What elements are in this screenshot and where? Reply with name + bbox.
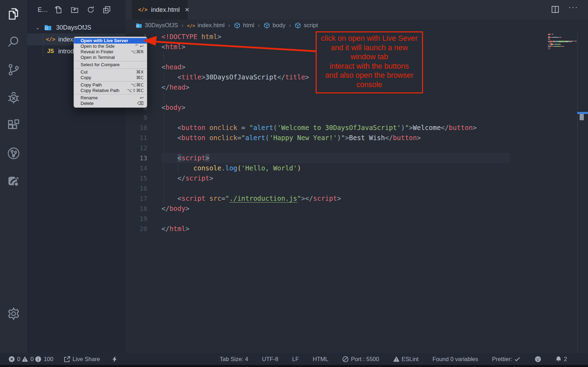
- code-line-14: 14 console.log('Hello, World'): [126, 163, 588, 173]
- new-file-icon[interactable]: [53, 5, 64, 15]
- menu-shortcut: ^ ↩: [135, 44, 144, 49]
- status-item-eslint[interactable]: ESLint: [393, 356, 419, 362]
- menu-shortcut: ⌥⇧⌘C: [127, 88, 144, 93]
- editor-divider: [577, 31, 578, 353]
- breadcrumb-separator: ›: [258, 22, 260, 29]
- status-item-live-share[interactable]: Live Share: [64, 356, 100, 362]
- menu-item-delete[interactable]: Delete⌫: [74, 101, 147, 106]
- code-text: </html>: [161, 224, 189, 234]
- code-line-12: 12: [126, 143, 588, 153]
- new-folder-icon[interactable]: [69, 5, 80, 15]
- smiley-icon: [535, 356, 541, 362]
- export-icon: [64, 356, 70, 362]
- minimap-line: [553, 34, 553, 35]
- more-actions-icon[interactable]: ···: [568, 3, 578, 12]
- menu-item-select-for-compare[interactable]: Select for Compare: [74, 62, 147, 68]
- run-debug-icon[interactable]: [0, 86, 27, 109]
- menu-item-cut[interactable]: Cut⌘X: [74, 69, 147, 75]
- current-line-highlight: [161, 153, 510, 163]
- status-item-100[interactable]: 100: [35, 356, 53, 362]
- tab-index-html[interactable]: </> index.html ✕: [132, 0, 188, 20]
- source-control-icon[interactable]: [0, 59, 27, 81]
- status-item-prettier-[interactable]: Prettier:: [492, 356, 521, 362]
- code-text: <html>: [161, 42, 186, 52]
- status-item-html[interactable]: HTML: [313, 356, 329, 362]
- status-item-0[interactable]: 0: [8, 356, 20, 362]
- line-number: 12: [126, 143, 147, 153]
- line-number: 20: [126, 224, 147, 234]
- menu-item-open-to-the-side[interactable]: Open to the Side^ ↩: [74, 44, 147, 49]
- minimap-line: [552, 45, 553, 45]
- problems-group[interactable]: 00100: [8, 356, 53, 362]
- explorer-icon[interactable]: [0, 3, 27, 25]
- code-line-8: 8<body>: [126, 102, 588, 113]
- breadcrumb-separator: ›: [228, 22, 230, 29]
- html-file-icon: </>: [138, 7, 148, 13]
- breadcrumb-30DaysOfJS[interactable]: 30DaysOfJS: [135, 22, 178, 29]
- status-item-lightning[interactable]: [111, 356, 118, 362]
- share-icon[interactable]: [0, 170, 27, 192]
- settings-gear-icon[interactable]: [0, 303, 27, 325]
- menu-item-rename[interactable]: Rename↩: [74, 95, 147, 101]
- tree-item-30DaysOfJS[interactable]: ⌄30DaysOfJS: [27, 22, 126, 33]
- status-item-utf-8[interactable]: UTF-8: [262, 356, 278, 362]
- activity-bar: [0, 0, 27, 353]
- js-file-icon: JS: [46, 48, 55, 54]
- code-text: <script>: [161, 153, 209, 163]
- code-text: </body>: [161, 204, 189, 214]
- menu-item-reveal-in-finder[interactable]: Reveal in Finder⌥⌘R: [74, 49, 147, 55]
- tab-close-icon[interactable]: ✕: [184, 6, 189, 14]
- indent-guide: [164, 143, 164, 153]
- code-line-20: 20</html>: [126, 224, 588, 234]
- line-number: 16: [126, 183, 147, 193]
- status-item-0[interactable]: 0: [22, 356, 33, 362]
- menu-shortcut: ⌫: [137, 101, 144, 106]
- minimap-line: [550, 48, 550, 49]
- minimap[interactable]: [548, 34, 577, 51]
- minimap-line: [561, 37, 561, 38]
- line-number: 9: [126, 113, 147, 123]
- code-line-9: 9: [126, 113, 588, 123]
- code-line-18: 18</body>: [126, 204, 588, 214]
- breadcrumb-index-html[interactable]: </>index.html: [187, 22, 225, 29]
- minimap-line: [564, 46, 564, 47]
- line-number: 17: [126, 193, 147, 204]
- menu-item-copy[interactable]: Copy⌘C: [74, 75, 147, 81]
- split-editor-icon[interactable]: [550, 5, 560, 16]
- extensions-icon[interactable]: [0, 114, 27, 137]
- status-right: Tab Size: 4UTF-8LFHTMLPort : 5500ESLintF…: [220, 356, 567, 362]
- breadcrumb-html[interactable]: html: [234, 22, 254, 29]
- status-item-port-5500[interactable]: Port : 5500: [342, 356, 379, 362]
- status-item-lf[interactable]: LF: [292, 356, 299, 362]
- search-icon[interactable]: [0, 31, 27, 53]
- collapse-all-icon[interactable]: [101, 5, 112, 15]
- code-text: <!DOCTYPE html>: [161, 32, 221, 42]
- status-item-tab-size-4[interactable]: Tab Size: 4: [220, 356, 248, 362]
- status-item-2[interactable]: 2: [555, 356, 567, 362]
- menu-item-open-in-terminal[interactable]: Open in Terminal: [74, 55, 147, 60]
- explorer-toolbar: [48, 5, 112, 15]
- status-item-smiley[interactable]: [535, 356, 541, 362]
- menu-item-copy-relative-path[interactable]: Copy Relative Path⌥⇧⌘C: [74, 88, 147, 93]
- annotation-text: console: [317, 80, 422, 90]
- refresh-icon[interactable]: [85, 5, 96, 15]
- menu-item-open-with-live-server[interactable]: Open with Live Server: [74, 38, 147, 44]
- code-text: </head>: [161, 82, 189, 92]
- scrollbar-thumb[interactable]: [580, 114, 584, 120]
- breadcrumb-body[interactable]: body: [263, 22, 286, 29]
- chevron-down-icon: ⌄: [36, 25, 40, 30]
- menu-separator: [74, 94, 147, 94]
- breadcrumb-script[interactable]: script: [294, 22, 318, 29]
- minimap-line: [550, 45, 552, 45]
- status-left: 00100Live Share: [8, 356, 118, 362]
- folder-icon: [43, 23, 53, 32]
- menu-separator: [74, 81, 147, 82]
- indent-guide: [164, 183, 164, 193]
- minimap-line: [558, 41, 564, 42]
- code-text: <button onclick = "alert('Welcome to 30D…: [161, 123, 477, 133]
- live-share-icon[interactable]: [0, 142, 27, 165]
- status-item-found-0-variables[interactable]: Found 0 variables: [432, 356, 478, 362]
- line-number: 11: [126, 133, 147, 143]
- menu-item-copy-path[interactable]: Copy Path⌥⌘C: [74, 82, 147, 88]
- indent-guide: [164, 113, 164, 123]
